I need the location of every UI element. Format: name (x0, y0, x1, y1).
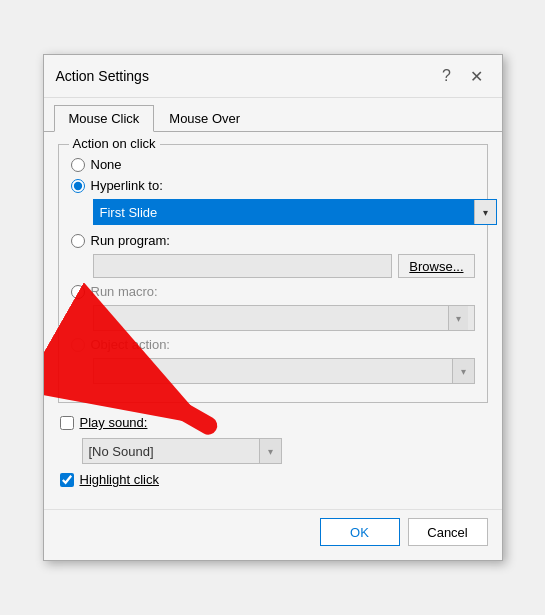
below-group: Play sound: [No Sound] ▾ Highlight click (58, 415, 488, 487)
run-macro-radio-row: Run macro: (71, 284, 475, 299)
object-action-radio[interactable] (71, 338, 85, 352)
tabs-bar: Mouse Click Mouse Over (44, 98, 502, 132)
hyperlink-label: Hyperlink to: (91, 178, 163, 193)
sound-select-text: [No Sound] (83, 439, 259, 463)
object-action-select: ▾ (93, 358, 475, 384)
object-action-radio-row: Object action: (71, 337, 475, 352)
ok-button[interactable]: OK (320, 518, 400, 546)
highlight-click-checkbox[interactable] (60, 473, 74, 487)
sound-select-row: [No Sound] ▾ (60, 438, 486, 464)
play-sound-checkbox[interactable] (60, 416, 74, 430)
none-radio[interactable] (71, 158, 85, 172)
cancel-button[interactable]: Cancel (408, 518, 488, 546)
object-action-label: Object action: (91, 337, 171, 352)
highlight-click-row: Highlight click (60, 472, 486, 487)
dialog-title: Action Settings (56, 68, 149, 84)
none-radio-row: None (71, 157, 475, 172)
hyperlink-radio[interactable] (71, 179, 85, 193)
highlight-click-label: Highlight click (80, 472, 159, 487)
run-program-input-row: Browse... (71, 254, 475, 278)
run-program-radio-row: Run program: (71, 233, 475, 248)
run-macro-radio[interactable] (71, 285, 85, 299)
group-label: Action on click (69, 136, 160, 151)
tab-mouse-click[interactable]: Mouse Click (54, 105, 155, 132)
run-macro-label: Run macro: (91, 284, 158, 299)
buttons-row: OK Cancel (44, 509, 502, 560)
run-program-radio[interactable] (71, 234, 85, 248)
run-macro-select: ▾ (93, 305, 475, 331)
run-program-input[interactable] (93, 254, 393, 278)
browse-button[interactable]: Browse... (398, 254, 474, 278)
hyperlink-radio-row: Hyperlink to: (71, 178, 475, 193)
action-on-click-group: Action on click None Hyperlink to: First… (58, 144, 488, 403)
object-action-dropdown-icon: ▾ (452, 359, 474, 383)
run-program-label: Run program: (91, 233, 170, 248)
hyperlink-dropdown-icon[interactable]: ▾ (474, 200, 496, 224)
title-bar: Action Settings ? ✕ (44, 55, 502, 98)
title-bar-right: ? ✕ (434, 63, 490, 89)
none-label: None (91, 157, 122, 172)
run-macro-dropdown-icon: ▾ (448, 306, 468, 330)
object-action-select-row: ▾ (71, 358, 475, 384)
hyperlink-select-wrapper[interactable]: First Slide ▾ (93, 199, 497, 225)
help-button[interactable]: ? (434, 63, 460, 89)
play-sound-checkbox-row: Play sound: (60, 415, 486, 430)
tab-mouse-over[interactable]: Mouse Over (154, 105, 255, 132)
close-button[interactable]: ✕ (464, 63, 490, 89)
content-area: Action on click None Hyperlink to: First… (44, 132, 502, 509)
object-action-select-text (94, 359, 452, 383)
play-sound-label: Play sound: (80, 415, 148, 430)
run-macro-select-row: ▾ (71, 305, 475, 331)
action-settings-dialog: Action Settings ? ✕ Mouse Click Mouse Ov… (43, 54, 503, 561)
dialog-body: Action on click None Hyperlink to: First… (44, 132, 502, 560)
sound-select[interactable]: [No Sound] ▾ (82, 438, 282, 464)
run-macro-select-text (100, 306, 448, 330)
hyperlink-select-text: First Slide (94, 200, 474, 224)
title-bar-left: Action Settings (56, 68, 149, 84)
sound-dropdown-icon[interactable]: ▾ (259, 439, 281, 463)
